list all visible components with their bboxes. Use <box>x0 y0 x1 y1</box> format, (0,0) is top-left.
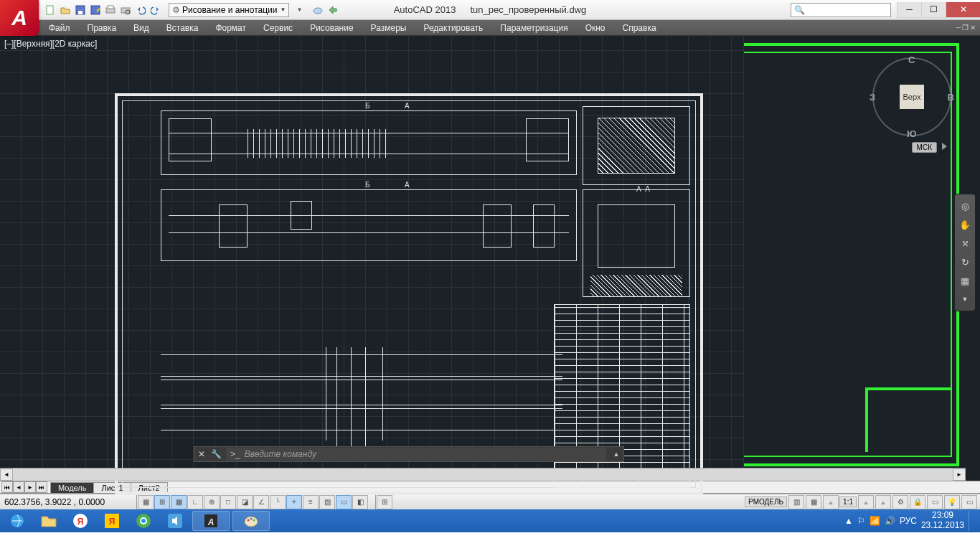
menu-draw[interactable]: Рисование <box>301 20 362 35</box>
osnap-icon[interactable]: □ <box>220 495 236 509</box>
drawing-area[interactable]: [–][Верхняя][2D каркас] Б А Б А <box>0 36 980 481</box>
nav-more-icon[interactable]: ▼ <box>958 292 972 306</box>
selection-cycling-icon[interactable]: ◧ <box>352 495 368 509</box>
menu-window[interactable]: Окно <box>577 20 614 35</box>
show-desktop-button[interactable] <box>969 511 974 531</box>
polar-tracking-icon[interactable]: ⊕ <box>204 495 220 509</box>
taskbar-explorer[interactable] <box>34 511 63 531</box>
tray-volume-icon[interactable]: 🔊 <box>885 516 895 526</box>
menu-modify[interactable]: Редактировать <box>415 20 491 35</box>
lineweight-icon[interactable]: ≡ <box>303 495 319 509</box>
dyn-input-icon[interactable]: + <box>286 495 302 509</box>
tab-next-icon[interactable]: ► <box>24 481 36 493</box>
doc-restore-icon[interactable]: ❐ <box>962 24 969 32</box>
workspace-switch-icon[interactable]: ⚙ <box>892 495 908 509</box>
quick-properties-icon[interactable]: ▭ <box>336 495 352 509</box>
menu-parametric[interactable]: Параметризация <box>491 20 576 35</box>
tab-last-icon[interactable]: ⏭ <box>36 481 47 493</box>
scale-value[interactable]: 1:1 <box>839 496 857 507</box>
close-button[interactable]: ✕ <box>946 2 980 18</box>
menu-help[interactable]: Справка <box>614 20 665 35</box>
ducs-icon[interactable]: └ <box>270 495 286 509</box>
zoom-extents-icon[interactable]: ⤧ <box>958 236 972 250</box>
tray-clock[interactable]: 23:09 23.12.2013 <box>921 511 964 531</box>
doc-minimize-icon[interactable]: ─ <box>956 24 961 32</box>
pan-icon[interactable]: ✋ <box>958 217 972 232</box>
coordinates[interactable]: 602.3756, 3.9022 , 0.0000 <box>0 497 136 507</box>
ucs-label[interactable]: МСК <box>912 142 937 153</box>
ortho-mode-icon[interactable]: ∟ <box>187 495 203 509</box>
tray-up-icon[interactable]: ▲ <box>844 516 853 526</box>
cmdline-history-icon[interactable]: ▲ <box>609 451 623 458</box>
tab-first-icon[interactable]: ⏮ <box>1 481 13 493</box>
title-search[interactable]: 🔍 <box>791 3 891 17</box>
auto-scale-icon[interactable]: ⟁ <box>875 495 891 509</box>
workspace-dropdown[interactable]: ⚙ Рисование и аннотации ▼ <box>169 3 289 17</box>
transparency-icon[interactable]: ▨ <box>319 495 335 509</box>
quickview-layouts-icon[interactable]: ▥ <box>788 495 804 509</box>
plot-preview-icon[interactable] <box>118 3 133 17</box>
viewcube-west[interactable]: З <box>870 92 875 103</box>
cloud-icon[interactable] <box>311 3 325 17</box>
redo-icon[interactable] <box>149 3 163 17</box>
menu-insert[interactable]: Вставка <box>158 20 207 35</box>
command-line[interactable]: ✕ 🔧 >_ Введите команду ▲ <box>194 446 624 462</box>
save-icon[interactable] <box>73 3 88 17</box>
otrack-icon[interactable]: ∠ <box>253 495 269 509</box>
menu-file[interactable]: Файл <box>40 20 79 35</box>
isolate-objects-icon[interactable]: 💡 <box>944 495 960 509</box>
view-label[interactable]: [–][Верхняя][2D каркас] <box>4 39 97 49</box>
showmotion-icon[interactable]: ▦ <box>958 273 972 288</box>
menu-view[interactable]: Вид <box>125 20 158 35</box>
tab-prev-icon[interactable]: ◄ <box>13 481 24 493</box>
doc-close-icon[interactable]: ✕ <box>970 24 976 32</box>
plot-icon[interactable] <box>103 3 118 17</box>
taskbar-paint[interactable] <box>232 511 270 531</box>
taskbar-sound[interactable] <box>161 511 189 531</box>
orbit-icon[interactable]: ↻ <box>958 255 972 269</box>
annotation-visibility-icon[interactable]: ⟁ <box>858 495 874 509</box>
taskbar-yandex[interactable]: Я <box>66 511 95 531</box>
taskbar-autocad[interactable]: A <box>192 511 230 531</box>
exchange-icon[interactable] <box>326 3 340 17</box>
undo-icon[interactable] <box>133 3 148 17</box>
toolbar-lock-icon[interactable]: 🔒 <box>910 495 925 509</box>
taskbar-chrome[interactable] <box>129 511 158 531</box>
minimize-button[interactable]: ─ <box>897 2 921 18</box>
taskbar-ya-square[interactable]: Я <box>98 511 126 531</box>
fullnav-wheel-icon[interactable]: ◎ <box>958 199 972 213</box>
new-icon[interactable] <box>43 3 57 17</box>
tray-flag-icon[interactable]: ⚐ <box>857 516 865 526</box>
hardware-accel-icon[interactable]: ▭ <box>927 495 943 509</box>
taskbar-ie[interactable] <box>3 511 32 531</box>
model-space-button[interactable]: РМОДЕЛЬ <box>745 496 787 507</box>
grid-display-icon[interactable]: ▦ <box>171 495 187 509</box>
menu-service[interactable]: Сервис <box>255 20 301 35</box>
tray-lang[interactable]: РУС <box>900 516 917 526</box>
annotation-scale-icon[interactable]: ⟁ <box>823 495 839 509</box>
qat-more-icon[interactable]: ▼ <box>292 3 306 17</box>
maximize-button[interactable]: ☐ <box>921 2 946 18</box>
viewcube-south[interactable]: Ю <box>907 128 916 139</box>
viewcube-north[interactable]: С <box>908 55 915 65</box>
snap-mode-icon[interactable]: ⊞ <box>154 495 170 509</box>
clean-screen-icon[interactable]: ▭ <box>961 495 977 509</box>
open-icon[interactable] <box>58 3 72 17</box>
quickview-drawings-icon[interactable]: ▦ <box>806 495 821 509</box>
menu-format[interactable]: Формат <box>207 20 255 35</box>
model-paper-toggle-icon[interactable]: ⊞ <box>377 495 392 509</box>
view-cube[interactable]: Верх С З В Ю <box>872 57 951 136</box>
cmdline-close-icon[interactable]: ✕ <box>194 449 209 459</box>
menu-edit[interactable]: Правка <box>79 20 126 35</box>
infer-constraints-icon[interactable]: ▦ <box>138 495 154 509</box>
command-input[interactable]: >_ Введите команду <box>226 448 606 461</box>
secondary-viewport[interactable]: Верх С З В Ю МСК ◎ ✋ ⤧ ↻ ▦ ▼ <box>743 36 980 481</box>
horizontal-scrollbar[interactable]: ◄ ► <box>0 468 966 481</box>
tab-model[interactable]: Модель <box>50 482 94 493</box>
app-logo[interactable]: A <box>0 0 39 36</box>
viewcube-east[interactable]: В <box>948 92 954 103</box>
viewcube-face-top[interactable]: Верх <box>900 85 924 109</box>
3dosnap-icon[interactable]: ◪ <box>237 495 253 509</box>
cmdline-customize-icon[interactable]: 🔧 <box>209 449 223 459</box>
ucs-dropdown-icon[interactable] <box>942 143 947 150</box>
